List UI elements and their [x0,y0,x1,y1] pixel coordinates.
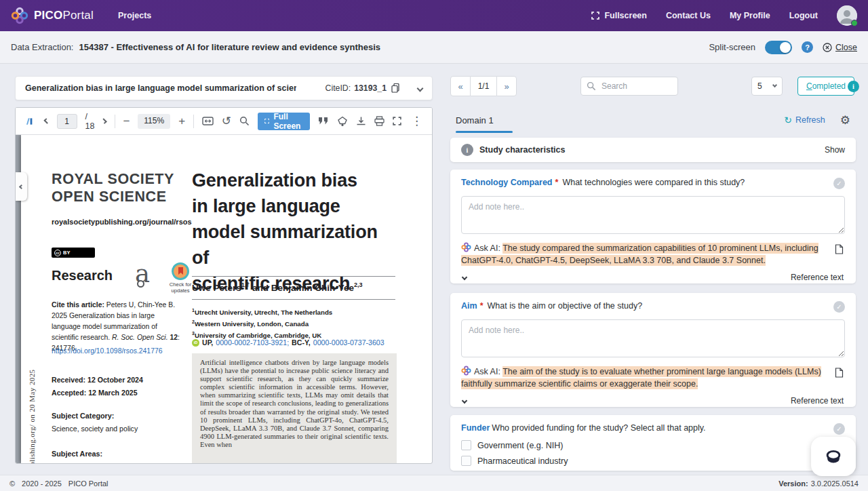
checkbox-government[interactable] [461,440,471,450]
fit-width-icon[interactable] [202,117,214,125]
expand-answer-chevron-icon[interactable] [462,275,467,280]
completed-button[interactable]: Completed [797,77,854,96]
reference-text-link[interactable]: Reference text [791,273,844,282]
pdf-fullscreen-button[interactable]: Full Screen [258,113,310,130]
cc-by-badge: cc BY [52,248,95,258]
page-total: / 18 [85,112,95,131]
online-status-dot [851,20,858,26]
pdf-sidebar-toggle[interactable] [16,172,27,201]
show-toggle[interactable]: Show [825,145,845,155]
close-label: Close [835,43,857,52]
refresh-button[interactable]: ↻ Refresh [784,115,825,125]
tab-domain-1[interactable]: Domain 1 [450,107,500,133]
checkbox-pharma[interactable] [461,456,471,466]
pdf-brand-icon [25,115,34,128]
copy-answer-icon[interactable] [835,244,844,254]
select-chevron-icon [772,83,777,87]
help-icon[interactable]: ? [802,41,813,53]
extraction-controls: « 1/1 » 5 Completed i [450,76,857,96]
refresh-icon: ↻ [784,115,792,125]
share-icon[interactable] [337,116,348,127]
more-options-icon[interactable]: ⋮ [411,115,422,127]
orcid-line: iD UP,0000-0002-7103-3921; BC-Y,0000-000… [192,338,384,347]
doi-link[interactable]: https://doi.org/10.1098/rsos.241776 [52,347,162,355]
close-button[interactable]: Close [823,43,857,52]
avatar[interactable] [837,5,857,26]
ask-ai-label: Ask AI: [474,243,500,253]
pagination-next-button[interactable]: » [496,76,517,96]
checkbox-label: Government (e.g. NIH) [477,441,563,450]
paper-download-note: yalsocietypublishing.org/ on 20 May 2025 [28,317,39,463]
question-text: Who provided funding for the study? Sele… [492,423,705,433]
note-input[interactable] [461,319,845,357]
nav-contact-us[interactable]: Contact Us [666,11,711,20]
fullscreen-icon [591,12,599,20]
feedback-widget-button[interactable] [811,437,856,476]
journal-url: royalsocietypublishing.org/journal/rsos [52,218,192,226]
download-icon[interactable] [356,116,366,126]
data-extraction-label: Data Extraction: [11,42,74,52]
zoom-in-icon[interactable]: + [178,115,185,127]
subject-areas-label: Subject Areas: [52,450,102,458]
funder-option-row: Pharmaceutical industry [461,456,845,466]
search-icon [587,81,596,94]
widget-puck-icon [823,448,844,465]
collapse-chevron-icon [19,184,24,189]
app-root: PICOPortal Projects Fullscreen Contact U… [0,0,868,491]
domain-tabs: Domain 1 ↻ Refresh ⚙ [450,107,857,133]
completed-info-icon[interactable]: i [848,81,859,92]
next-page-icon[interactable] [102,118,108,124]
rotate-icon[interactable]: ↺ [222,115,231,127]
expand-answer-chevron-icon[interactable] [462,398,467,404]
question-card-technology-compared: Technology Compared * What technologies … [450,170,856,283]
pdf-page: yalsocietypublishing.org/ on 20 May 2025… [21,135,432,463]
pdf-viewport[interactable]: yalsocietypublishing.org/ on 20 May 2025… [16,135,432,463]
prev-page-icon[interactable] [44,118,50,124]
split-screen-toggle[interactable] [765,41,792,54]
nav-fullscreen[interactable]: Fullscreen [591,11,647,20]
copy-answer-icon[interactable] [835,368,844,378]
question-status-check-icon[interactable]: ✓ [833,301,845,313]
brand-logo[interactable]: PICOPortal [11,7,94,24]
document-titlebar: Generalization bias in large language mo… [15,76,433,100]
pdf-viewer: / 18 − 115% + ↺ Full Screen [15,107,433,464]
subject-category-value: Science, society and policy [52,425,138,433]
subject-category-label: Subject Category: [52,412,114,420]
data-extraction-header: Data Extraction: 154387 - Effectiveness … [0,31,868,64]
question-status-check-icon[interactable]: ✓ [833,423,845,435]
ask-ai-clover-icon [461,366,471,376]
funder-option-row: Government (e.g. NIH) [461,440,845,450]
pagination-prev-button[interactable]: « [450,76,471,96]
expand-icon[interactable] [393,117,401,125]
print-icon[interactable] [374,116,384,126]
note-input[interactable] [461,196,845,234]
zoom-out-icon[interactable]: − [123,115,130,127]
top-navbar: PICOPortal Projects Fullscreen Contact U… [0,0,868,31]
citation-block: Cite this article: Peters U, Chin-Yee B.… [52,300,182,354]
journal-name: ROYAL SOCIETY OPEN SCIENCE [52,170,174,205]
checkbox-label: Pharmaceutical industry [477,456,568,466]
ai-answer-highlight[interactable]: The study compared the summarization cap… [461,243,818,266]
annotations-icon[interactable] [318,117,329,125]
page-size-select[interactable]: 5 [751,77,783,96]
nav-my-profile[interactable]: My Profile [730,11,770,20]
nav-logout[interactable]: Logout [789,11,818,20]
zoom-level[interactable]: 115% [138,114,170,129]
split-screen-label: Split-screen [709,42,755,52]
pico-clover-icon [11,7,28,24]
nav-projects[interactable]: Projects [118,11,151,20]
citeid-value: 13193_1 [354,83,387,93]
pdf-fullscreen-label: Full Screen [273,112,303,131]
section-info-icon[interactable]: i [461,144,473,156]
ai-answer-highlight[interactable]: The aim of the study is to evaluate whet… [461,366,821,389]
question-label: Technology Compared [461,178,553,187]
reference-text-link[interactable]: Reference text [791,396,844,406]
study-characteristics-card: i Study characteristics Show [450,138,856,162]
document-dropdown-chevron-icon[interactable] [417,85,424,92]
page-number-input[interactable] [57,114,77,129]
search-document-icon[interactable] [239,116,250,126]
question-status-check-icon[interactable]: ✓ [833,178,845,189]
gear-icon[interactable]: ⚙ [840,115,850,126]
cc-icon: cc [54,250,61,256]
copy-citeid-icon[interactable] [391,83,400,93]
